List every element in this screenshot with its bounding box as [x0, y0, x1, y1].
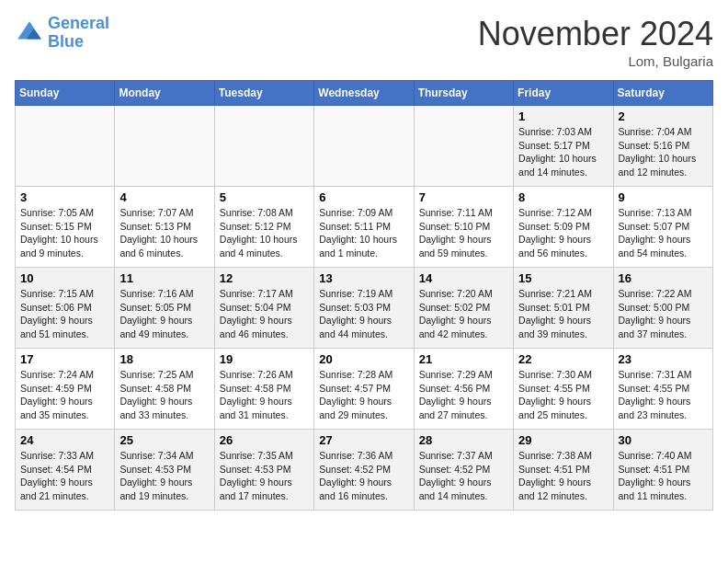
- weekday-header-friday: Friday: [514, 81, 613, 106]
- day-number: 22: [518, 352, 608, 366]
- month-title: November 2024: [478, 15, 713, 53]
- calendar-cell: 22Sunrise: 7:30 AM Sunset: 4:55 PM Dayli…: [514, 349, 613, 430]
- day-info: Sunrise: 7:29 AM Sunset: 4:56 PM Dayligh…: [419, 368, 508, 422]
- calendar-cell: 9Sunrise: 7:13 AM Sunset: 5:07 PM Daylig…: [613, 187, 712, 268]
- calendar-cell: 15Sunrise: 7:21 AM Sunset: 5:01 PM Dayli…: [514, 268, 613, 349]
- day-info: Sunrise: 7:33 AM Sunset: 4:54 PM Dayligh…: [20, 449, 109, 503]
- calendar-cell: 28Sunrise: 7:37 AM Sunset: 4:52 PM Dayli…: [414, 430, 513, 511]
- day-number: 28: [419, 433, 508, 447]
- day-number: 2: [619, 109, 708, 123]
- location: Lom, Bulgaria: [478, 53, 713, 69]
- calendar-cell: [414, 106, 513, 187]
- calendar-cell: [314, 106, 414, 187]
- logo-icon: [15, 18, 44, 48]
- calendar-cell: 25Sunrise: 7:34 AM Sunset: 4:53 PM Dayli…: [115, 430, 214, 511]
- calendar-cell: 30Sunrise: 7:40 AM Sunset: 4:51 PM Dayli…: [613, 430, 712, 511]
- day-info: Sunrise: 7:16 AM Sunset: 5:05 PM Dayligh…: [119, 287, 209, 341]
- day-info: Sunrise: 7:38 AM Sunset: 4:51 PM Dayligh…: [518, 449, 608, 503]
- day-number: 18: [119, 352, 209, 366]
- weekday-header-tuesday: Tuesday: [214, 81, 313, 106]
- day-number: 24: [20, 433, 109, 447]
- day-number: 7: [419, 190, 508, 204]
- day-info: Sunrise: 7:11 AM Sunset: 5:10 PM Dayligh…: [419, 206, 508, 260]
- calendar-cell: [115, 106, 214, 187]
- day-number: 29: [518, 433, 608, 447]
- weekday-header-thursday: Thursday: [414, 81, 513, 106]
- day-number: 26: [220, 433, 309, 447]
- day-info: Sunrise: 7:31 AM Sunset: 4:55 PM Dayligh…: [619, 368, 708, 422]
- day-info: Sunrise: 7:20 AM Sunset: 5:02 PM Dayligh…: [419, 287, 508, 341]
- calendar-cell: 7Sunrise: 7:11 AM Sunset: 5:10 PM Daylig…: [414, 187, 513, 268]
- day-info: Sunrise: 7:22 AM Sunset: 5:00 PM Dayligh…: [619, 287, 708, 341]
- page-header: General Blue November 2024 Lom, Bulgaria: [15, 15, 713, 69]
- weekday-header-row: SundayMondayTuesdayWednesdayThursdayFrid…: [16, 81, 713, 106]
- day-info: Sunrise: 7:36 AM Sunset: 4:52 PM Dayligh…: [319, 449, 408, 503]
- calendar-cell: 26Sunrise: 7:35 AM Sunset: 4:53 PM Dayli…: [214, 430, 313, 511]
- day-number: 19: [220, 352, 309, 366]
- day-info: Sunrise: 7:25 AM Sunset: 4:58 PM Dayligh…: [119, 368, 209, 422]
- day-info: Sunrise: 7:21 AM Sunset: 5:01 PM Dayligh…: [518, 287, 608, 341]
- calendar-cell: 1Sunrise: 7:03 AM Sunset: 5:17 PM Daylig…: [514, 106, 613, 187]
- week-row-3: 10Sunrise: 7:15 AM Sunset: 5:06 PM Dayli…: [16, 268, 713, 349]
- day-info: Sunrise: 7:19 AM Sunset: 5:03 PM Dayligh…: [319, 287, 408, 341]
- weekday-header-wednesday: Wednesday: [314, 81, 414, 106]
- day-number: 14: [419, 271, 508, 285]
- day-info: Sunrise: 7:09 AM Sunset: 5:11 PM Dayligh…: [319, 206, 408, 260]
- calendar-cell: 21Sunrise: 7:29 AM Sunset: 4:56 PM Dayli…: [414, 349, 513, 430]
- day-number: 6: [319, 190, 408, 204]
- day-number: 17: [20, 352, 109, 366]
- calendar-cell: 29Sunrise: 7:38 AM Sunset: 4:51 PM Dayli…: [514, 430, 613, 511]
- day-number: 1: [518, 109, 608, 123]
- day-number: 3: [20, 190, 109, 204]
- day-number: 8: [518, 190, 608, 204]
- day-info: Sunrise: 7:08 AM Sunset: 5:12 PM Dayligh…: [220, 206, 309, 260]
- calendar-cell: 3Sunrise: 7:05 AM Sunset: 5:15 PM Daylig…: [16, 187, 115, 268]
- calendar-cell: 10Sunrise: 7:15 AM Sunset: 5:06 PM Dayli…: [16, 268, 115, 349]
- weekday-header-monday: Monday: [115, 81, 214, 106]
- weekday-header-sunday: Sunday: [16, 81, 115, 106]
- calendar-table: SundayMondayTuesdayWednesdayThursdayFrid…: [15, 80, 713, 511]
- day-number: 12: [220, 271, 309, 285]
- calendar-cell: 18Sunrise: 7:25 AM Sunset: 4:58 PM Dayli…: [115, 349, 214, 430]
- day-number: 21: [419, 352, 508, 366]
- day-info: Sunrise: 7:35 AM Sunset: 4:53 PM Dayligh…: [220, 449, 309, 503]
- day-number: 27: [319, 433, 408, 447]
- calendar-cell: 19Sunrise: 7:26 AM Sunset: 4:58 PM Dayli…: [214, 349, 313, 430]
- weekday-header-saturday: Saturday: [613, 81, 712, 106]
- day-number: 15: [518, 271, 608, 285]
- calendar-cell: 17Sunrise: 7:24 AM Sunset: 4:59 PM Dayli…: [16, 349, 115, 430]
- day-info: Sunrise: 7:04 AM Sunset: 5:16 PM Dayligh…: [619, 125, 708, 179]
- calendar-cell: 5Sunrise: 7:08 AM Sunset: 5:12 PM Daylig…: [214, 187, 313, 268]
- day-info: Sunrise: 7:24 AM Sunset: 4:59 PM Dayligh…: [20, 368, 109, 422]
- calendar-cell: 24Sunrise: 7:33 AM Sunset: 4:54 PM Dayli…: [16, 430, 115, 511]
- week-row-1: 1Sunrise: 7:03 AM Sunset: 5:17 PM Daylig…: [16, 106, 713, 187]
- week-row-5: 24Sunrise: 7:33 AM Sunset: 4:54 PM Dayli…: [16, 430, 713, 511]
- day-number: 16: [619, 271, 708, 285]
- calendar-cell: 6Sunrise: 7:09 AM Sunset: 5:11 PM Daylig…: [314, 187, 414, 268]
- day-info: Sunrise: 7:13 AM Sunset: 5:07 PM Dayligh…: [619, 206, 708, 260]
- calendar-cell: 4Sunrise: 7:07 AM Sunset: 5:13 PM Daylig…: [115, 187, 214, 268]
- calendar-cell: 16Sunrise: 7:22 AM Sunset: 5:00 PM Dayli…: [613, 268, 712, 349]
- calendar-cell: 11Sunrise: 7:16 AM Sunset: 5:05 PM Dayli…: [115, 268, 214, 349]
- calendar-cell: 2Sunrise: 7:04 AM Sunset: 5:16 PM Daylig…: [613, 106, 712, 187]
- calendar-cell: 13Sunrise: 7:19 AM Sunset: 5:03 PM Dayli…: [314, 268, 414, 349]
- day-info: Sunrise: 7:07 AM Sunset: 5:13 PM Dayligh…: [119, 206, 209, 260]
- calendar-cell: 20Sunrise: 7:28 AM Sunset: 4:57 PM Dayli…: [314, 349, 414, 430]
- calendar-cell: 27Sunrise: 7:36 AM Sunset: 4:52 PM Dayli…: [314, 430, 414, 511]
- day-number: 9: [619, 190, 708, 204]
- week-row-4: 17Sunrise: 7:24 AM Sunset: 4:59 PM Dayli…: [16, 349, 713, 430]
- day-number: 13: [319, 271, 408, 285]
- day-info: Sunrise: 7:12 AM Sunset: 5:09 PM Dayligh…: [518, 206, 608, 260]
- day-number: 5: [220, 190, 309, 204]
- calendar-cell: [16, 106, 115, 187]
- day-info: Sunrise: 7:28 AM Sunset: 4:57 PM Dayligh…: [319, 368, 408, 422]
- day-number: 11: [119, 271, 209, 285]
- day-info: Sunrise: 7:03 AM Sunset: 5:17 PM Dayligh…: [518, 125, 608, 179]
- calendar-cell: 14Sunrise: 7:20 AM Sunset: 5:02 PM Dayli…: [414, 268, 513, 349]
- day-info: Sunrise: 7:15 AM Sunset: 5:06 PM Dayligh…: [20, 287, 109, 341]
- calendar-cell: 12Sunrise: 7:17 AM Sunset: 5:04 PM Dayli…: [214, 268, 313, 349]
- day-number: 20: [319, 352, 408, 366]
- day-info: Sunrise: 7:34 AM Sunset: 4:53 PM Dayligh…: [119, 449, 209, 503]
- day-info: Sunrise: 7:40 AM Sunset: 4:51 PM Dayligh…: [619, 449, 708, 503]
- day-info: Sunrise: 7:26 AM Sunset: 4:58 PM Dayligh…: [220, 368, 309, 422]
